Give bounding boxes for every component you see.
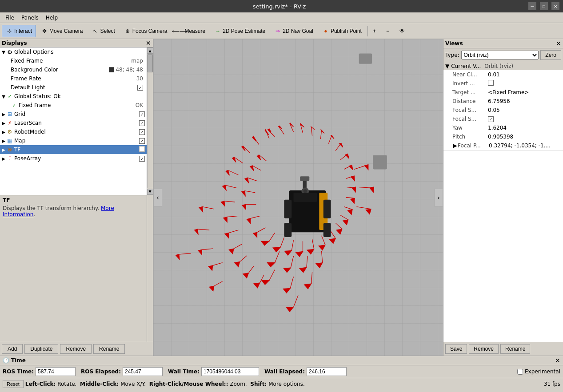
rename-button[interactable]: Rename — [93, 344, 125, 354]
menu-panels[interactable]: Panels — [18, 14, 42, 22]
eye-icon-btn[interactable]: 👁 — [396, 25, 409, 37]
svg-marker-45 — [296, 251, 303, 257]
svg-line-2 — [279, 127, 284, 135]
reset-button[interactable]: Reset — [3, 380, 24, 388]
view-row-invert: Invert ... — [443, 79, 563, 88]
tree-item-bg-color[interactable]: Background Color 48; 48; 48 — [0, 65, 147, 74]
duplicate-button[interactable]: Duplicate — [24, 344, 58, 354]
views-zero-button[interactable]: Zero — [540, 50, 561, 60]
expand-grid[interactable]: ▶ — [1, 112, 6, 117]
select-button[interactable]: ↖ Select — [88, 25, 119, 37]
remove-button[interactable]: Remove — [60, 344, 92, 354]
tree-item-global-status[interactable]: ▼ ✓ Global Status: Ok — [0, 92, 147, 101]
expand-global-options[interactable]: ▼ — [1, 50, 6, 55]
laser-scan-arrows — [176, 123, 374, 312]
focal-s2-checkbox[interactable] — [488, 116, 494, 122]
views-type-row: Type: Orbit (rviz) Zero — [443, 48, 563, 62]
svg-marker-91 — [235, 262, 240, 267]
desc-scrollbar[interactable] — [147, 195, 153, 342]
fixed-frame-label: Fixed Frame — [11, 58, 131, 64]
measure-button[interactable]: ⟵⟶ Measure — [172, 25, 209, 37]
svg-marker-89 — [229, 249, 234, 254]
expand-robotmodel[interactable]: ▶ — [1, 130, 6, 135]
current-view-type: Orbit (rviz) — [484, 63, 513, 69]
view-row-focal-s1: Focal S... 0.05 — [443, 106, 563, 115]
tf-checkbox[interactable] — [139, 146, 145, 152]
focus-camera-button[interactable]: ⊕ Focus Camera — [120, 25, 172, 37]
menu-file[interactable]: File — [2, 14, 18, 22]
scroll-up-arrow[interactable]: ▲ — [147, 48, 153, 54]
time-panel-close[interactable]: ✕ — [555, 357, 560, 364]
map-checkbox[interactable] — [139, 138, 145, 144]
expand-current-view[interactable]: ▼ — [445, 63, 449, 69]
expand-posearray[interactable]: ▶ — [1, 156, 6, 161]
2d-pose-button[interactable]: → 2D Pose Estimate — [210, 25, 269, 37]
map-icon: ▦ — [6, 137, 13, 144]
current-view-header[interactable]: ▼ Current V... Orbit (rviz) — [443, 62, 563, 70]
scroll-down-arrow[interactable]: ▼ — [147, 189, 153, 195]
ros-elapsed-input[interactable] — [123, 367, 163, 376]
add-display-icon-btn[interactable]: + — [370, 25, 382, 37]
add-button[interactable]: Add — [2, 344, 23, 354]
minimize-button[interactable]: ─ — [528, 2, 536, 10]
expand-global-status[interactable]: ▼ — [1, 94, 6, 99]
focal-p-value: 0.32794; -1.0354; -1.... — [489, 143, 561, 149]
rename-view-button[interactable]: Rename — [500, 344, 530, 354]
scroll-thumb[interactable] — [148, 55, 153, 72]
save-view-button[interactable]: Save — [445, 344, 467, 354]
tree-item-posearray[interactable]: ▶ ⤴ PoseArray — [0, 154, 147, 163]
pitch-value: 0.905398 — [488, 134, 561, 140]
laserscan-checkbox[interactable] — [139, 120, 145, 126]
svg-line-36 — [356, 207, 371, 209]
invert-checkbox[interactable] — [488, 80, 494, 86]
svg-marker-87 — [225, 233, 229, 238]
remove-display-icon-btn[interactable]: − — [383, 25, 395, 37]
experimental-checkbox[interactable] — [517, 369, 523, 375]
views-close-button[interactable]: ✕ — [556, 40, 561, 47]
publish-point-button[interactable]: ● Publish Point — [318, 25, 366, 37]
ros-time-input[interactable] — [36, 367, 76, 376]
expand-tf[interactable]: ▶ — [1, 147, 6, 152]
scroll-track[interactable] — [147, 54, 153, 188]
close-button[interactable]: ✕ — [551, 2, 559, 10]
svg-line-54 — [307, 256, 307, 267]
grid-icon: ⊞ — [6, 111, 13, 118]
remove-view-button[interactable]: Remove — [469, 344, 499, 354]
displays-close-button[interactable]: ✕ — [146, 40, 151, 46]
expand-map[interactable]: ▶ — [1, 139, 6, 143]
wall-elapsed-input[interactable] — [307, 367, 347, 376]
tree-item-fixed-frame[interactable]: Fixed Frame map — [0, 56, 147, 65]
tree-item-robotmodel[interactable]: ▶ ⚙ RobotModel — [0, 127, 147, 136]
robot-body — [284, 176, 331, 237]
robotmodel-checkbox[interactable] — [139, 129, 145, 135]
expand-laserscan[interactable]: ▶ — [1, 121, 6, 126]
interact-button[interactable]: ⊹ Interact — [2, 25, 36, 37]
main-layout: Displays ✕ ▼ ⚙ Global Options Fixed Fram… — [0, 39, 563, 356]
wall-time-input[interactable] — [201, 367, 259, 376]
view-row-focal-s2: Focal S... — [443, 115, 563, 123]
default-light-checkbox[interactable] — [137, 85, 143, 91]
2d-nav-button[interactable]: ⇒ 2D Nav Goal — [270, 25, 317, 37]
svg-line-50 — [269, 233, 275, 241]
grid-checkbox[interactable] — [139, 111, 145, 117]
views-type-select[interactable]: Orbit (rviz) — [461, 51, 539, 59]
tree-item-laserscan[interactable]: ▶ ⚡ LaserScan — [0, 119, 147, 127]
tree-item-tf[interactable]: ▶ ⊗ TF — [0, 145, 147, 154]
svg-marker-69 — [253, 232, 257, 238]
panel-buttons: Add Duplicate Remove Rename — [0, 342, 153, 356]
move-camera-button[interactable]: ✥ Move Camera — [37, 25, 87, 37]
restore-button[interactable]: □ — [540, 2, 548, 10]
focal-p-expand[interactable]: ▶ — [452, 143, 458, 149]
svg-marker-19 — [349, 165, 353, 170]
tree-item-map[interactable]: ▶ ▦ Map — [0, 136, 147, 145]
posearray-checkbox[interactable] — [139, 156, 145, 162]
tree-scrollbar[interactable]: ▲ ▼ — [147, 48, 153, 195]
tree-item-global-options[interactable]: ▼ ⚙ Global Options — [0, 48, 147, 56]
tree-item-gs-fixed-frame[interactable]: ✓ Fixed Frame OK — [0, 101, 147, 110]
tree-item-frame-rate[interactable]: Frame Rate 30 — [0, 74, 147, 83]
tree-item-grid[interactable]: ▶ ⊞ Grid — [0, 110, 147, 119]
menu-help[interactable]: Help — [42, 14, 61, 22]
tree-item-default-light[interactable]: Default Light — [0, 83, 147, 92]
global-options-label: Global Options — [14, 49, 146, 55]
viewport[interactable]: ‹ › — [153, 39, 443, 356]
